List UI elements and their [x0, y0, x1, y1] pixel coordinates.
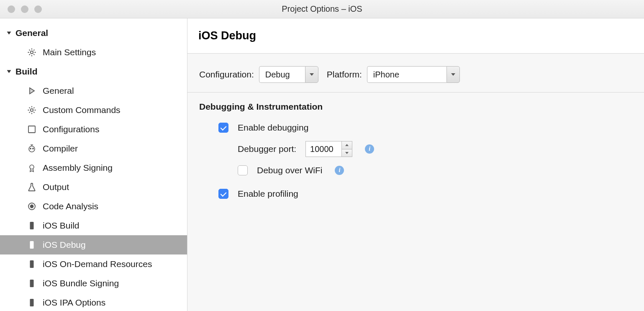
debugger-port-stepper[interactable]: 10000: [305, 141, 352, 157]
svg-point-0: [31, 51, 33, 54]
minimize-window-button[interactable]: [21, 5, 28, 13]
svg-point-5: [33, 148, 33, 149]
sidebar-item-ios-ipa-options[interactable]: iOS IPA Options: [0, 293, 187, 311]
window-titlebar: Project Options – iOS: [0, 0, 644, 18]
divider: [187, 92, 644, 93]
square-icon: [27, 124, 37, 134]
sidebar-item-custom-commands[interactable]: Custom Commands: [0, 100, 187, 120]
debugger-port-value[interactable]: 10000: [305, 141, 341, 157]
phone-icon: [27, 278, 37, 288]
svg-rect-10: [30, 241, 34, 249]
enable-debugging-label: Enable debugging: [238, 123, 308, 133]
svg-rect-13: [30, 299, 34, 306]
window-title: Project Options – iOS: [0, 4, 644, 14]
close-window-button[interactable]: [8, 5, 15, 13]
debugger-port-label: Debugger port:: [238, 144, 296, 154]
robot-icon: [27, 144, 37, 154]
svg-point-4: [30, 148, 31, 149]
enable-profiling-checkbox[interactable]: [218, 189, 228, 199]
sidebar-item-label: iOS Debug: [43, 240, 86, 250]
zoom-window-button[interactable]: [34, 5, 42, 13]
sidebar-item-label: iOS On-Demand Resources: [43, 259, 152, 269]
sidebar-item-configurations[interactable]: Configurations: [0, 120, 187, 139]
badge-icon: [27, 163, 37, 173]
traffic-lights: [8, 5, 42, 13]
sidebar-item-ios-on-demand-resources[interactable]: iOS On-Demand Resources: [0, 254, 187, 274]
platform-select[interactable]: iPhone: [367, 66, 460, 83]
phone-icon: [27, 221, 37, 231]
configuration-value: Debug: [259, 66, 305, 83]
play-icon: [27, 86, 37, 96]
sidebar-item-label: General: [43, 86, 74, 96]
sidebar-item-label: Assembly Signing: [43, 163, 113, 173]
stepper-up-button[interactable]: [342, 141, 352, 149]
platform-value: iPhone: [367, 66, 446, 83]
debug-wifi-label: Debug over WiFi: [257, 165, 322, 175]
sidebar-item-label: Output: [43, 182, 69, 192]
gear-icon: [27, 47, 37, 57]
platform-label: Platform:: [327, 69, 362, 80]
disclosure-triangle-icon: [7, 70, 11, 73]
enable-debugging-checkbox[interactable]: [218, 123, 228, 133]
sidebar-item-label: Main Settings: [43, 47, 96, 57]
sidebar-item-label: Code Analysis: [43, 201, 98, 211]
phone-icon: [27, 259, 37, 269]
flask-icon: [27, 182, 37, 192]
sidebar-item-label: Compiler: [43, 144, 78, 154]
sidebar-category-label: Build: [15, 67, 38, 77]
sidebar-item-label: iOS Build: [43, 221, 80, 231]
options-panel: iOS Debug Configuration: Debug Platform:…: [187, 18, 644, 311]
options-sidebar: GeneralMain SettingsBuildGeneralCustom C…: [0, 18, 187, 311]
sidebar-category-build[interactable]: Build: [0, 62, 187, 81]
phone-icon: [27, 240, 37, 250]
svg-point-8: [31, 205, 33, 208]
sidebar-item-ios-debug[interactable]: iOS Debug: [0, 235, 187, 254]
panel-title: iOS Debug: [187, 18, 644, 54]
info-icon[interactable]: i: [365, 144, 374, 154]
sidebar-item-ios-bundle-signing[interactable]: iOS Bundle Signing: [0, 274, 187, 293]
section-title: Debugging & Instrumentation: [199, 102, 632, 112]
sidebar-item-code-analysis[interactable]: Code Analysis: [0, 197, 187, 216]
sidebar-item-label: Configurations: [43, 124, 99, 134]
sidebar-item-ios-build[interactable]: iOS Build: [0, 216, 187, 235]
svg-point-6: [30, 165, 34, 169]
sidebar-item-main-settings[interactable]: Main Settings: [0, 43, 187, 62]
sidebar-item-compiler[interactable]: Compiler: [0, 139, 187, 158]
stepper-down-button[interactable]: [342, 149, 352, 157]
chevron-down-icon[interactable]: [446, 66, 460, 83]
svg-point-3: [29, 146, 35, 152]
phone-icon: [27, 298, 37, 308]
svg-rect-2: [28, 126, 35, 133]
enable-profiling-label: Enable profiling: [238, 189, 298, 199]
configuration-select[interactable]: Debug: [259, 66, 318, 83]
info-icon[interactable]: i: [335, 166, 344, 175]
gear-icon: [27, 105, 37, 115]
configuration-label: Configuration:: [199, 69, 254, 80]
svg-point-1: [31, 109, 33, 111]
sidebar-item-assembly-signing[interactable]: Assembly Signing: [0, 158, 187, 177]
chevron-down-icon[interactable]: [305, 66, 318, 83]
svg-rect-12: [30, 280, 34, 287]
sidebar-category-general[interactable]: General: [0, 23, 187, 43]
sidebar-category-label: General: [15, 28, 48, 38]
sidebar-item-label: iOS IPA Options: [43, 298, 105, 308]
radio-icon: [27, 201, 37, 211]
debug-wifi-checkbox[interactable]: [238, 165, 248, 175]
svg-rect-9: [30, 222, 34, 229]
sidebar-item-output[interactable]: Output: [0, 177, 187, 197]
sidebar-item-label: iOS Bundle Signing: [43, 278, 119, 288]
sidebar-item-label: Custom Commands: [43, 105, 121, 115]
sidebar-item-general[interactable]: General: [0, 81, 187, 100]
svg-rect-11: [30, 260, 34, 268]
disclosure-triangle-icon: [7, 32, 11, 35]
